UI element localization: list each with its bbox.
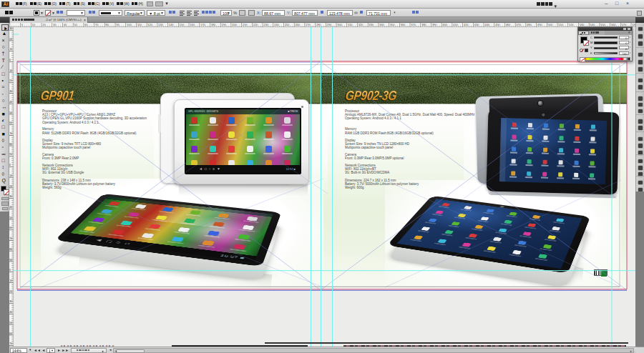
svg-text:480: 480	[527, 23, 532, 26]
svg-text:410: 410	[453, 23, 458, 26]
svg-text:400: 400	[442, 23, 447, 26]
svg-text:70: 70	[9, 237, 12, 240]
svg-text:430: 430	[474, 23, 479, 26]
svg-text:70: 70	[9, 342, 12, 345]
svg-text:300: 300	[337, 23, 342, 26]
svg-text:250: 250	[285, 23, 290, 26]
svg-text:80: 80	[9, 248, 12, 251]
svg-text:520: 520	[569, 23, 574, 26]
svg-text:180: 180	[211, 23, 216, 26]
svg-text:350: 350	[390, 23, 395, 26]
svg-text:490: 490	[537, 23, 542, 26]
svg-text:470: 470	[516, 23, 521, 26]
svg-text:20: 20	[9, 79, 12, 82]
svg-text:360: 360	[401, 23, 406, 26]
svg-text:30: 30	[9, 300, 12, 303]
svg-text:70: 70	[9, 132, 12, 135]
svg-text:200: 200	[232, 23, 237, 26]
svg-text:100: 100	[127, 23, 132, 26]
svg-text:80: 80	[9, 143, 12, 146]
svg-text:30: 30	[9, 195, 12, 198]
svg-text:20: 20	[9, 290, 12, 293]
svg-text:170: 170	[200, 23, 205, 26]
svg-text:40: 40	[9, 101, 12, 104]
svg-text:40: 40	[9, 206, 12, 209]
svg-text:10: 10	[9, 48, 12, 51]
svg-text:120: 120	[147, 23, 152, 26]
svg-text:370: 370	[411, 23, 416, 26]
svg-text:30: 30	[9, 90, 12, 93]
svg-text:310: 310	[348, 23, 353, 26]
svg-text:50: 50	[9, 322, 12, 324]
svg-text:40: 40	[9, 311, 12, 314]
svg-text:440: 440	[484, 23, 489, 26]
svg-text:500: 500	[548, 23, 553, 26]
svg-text:270: 270	[306, 23, 311, 26]
svg-text:210: 210	[243, 23, 248, 26]
svg-text:320: 320	[358, 23, 364, 26]
svg-text:340: 340	[379, 23, 384, 26]
svg-text:190: 190	[221, 23, 226, 26]
svg-text:380: 380	[421, 23, 426, 26]
svg-text:260: 260	[295, 23, 300, 26]
svg-text:460: 460	[506, 23, 511, 26]
svg-text:0: 0	[9, 269, 11, 272]
svg-text:130: 130	[158, 23, 163, 26]
svg-text:20: 20	[9, 185, 12, 188]
svg-text:160: 160	[190, 23, 195, 26]
svg-text:90: 90	[9, 259, 12, 262]
svg-text:140: 140	[169, 23, 174, 26]
svg-text:220: 220	[253, 23, 258, 26]
svg-text:60: 60	[9, 332, 12, 335]
svg-text:330: 330	[369, 23, 374, 26]
svg-text:450: 450	[495, 23, 500, 26]
svg-text:0: 0	[9, 59, 11, 61]
svg-text:150: 150	[180, 23, 185, 26]
svg-text:50: 50	[9, 217, 12, 219]
svg-text:60: 60	[9, 227, 12, 229]
svg-text:290: 290	[327, 23, 332, 26]
svg-text:10: 10	[9, 174, 12, 177]
svg-text:230: 230	[263, 23, 268, 26]
svg-text:30: 30	[9, 27, 12, 30]
svg-text:420: 420	[464, 23, 469, 26]
svg-text:280: 280	[316, 23, 321, 26]
svg-text:10: 10	[9, 69, 12, 72]
svg-text:60: 60	[9, 121, 12, 124]
svg-text:240: 240	[274, 23, 279, 26]
svg-text:20: 20	[9, 38, 12, 41]
svg-text:90: 90	[9, 153, 12, 156]
svg-text:110: 110	[137, 23, 142, 26]
svg-text:0: 0	[9, 164, 11, 166]
svg-text:10: 10	[9, 279, 12, 282]
svg-text:510: 510	[558, 23, 563, 26]
svg-text:50: 50	[9, 111, 12, 114]
svg-text:390: 390	[432, 23, 437, 26]
